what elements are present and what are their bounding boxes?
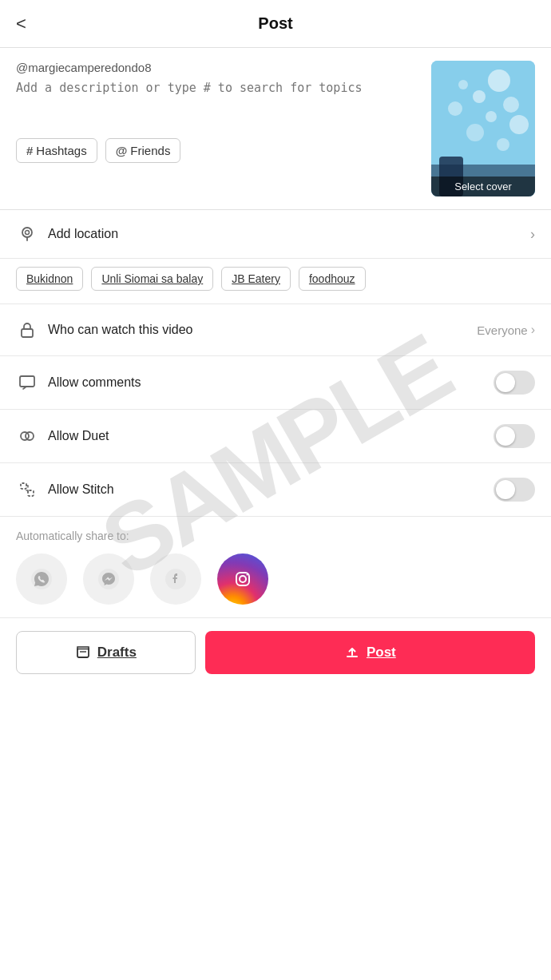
privacy-row[interactable]: Who can watch this video Everyone › — [0, 304, 551, 356]
svg-point-25 — [247, 574, 248, 576]
svg-point-5 — [509, 115, 529, 134]
drafts-button[interactable]: Drafts — [16, 631, 196, 674]
svg-point-24 — [240, 576, 246, 582]
hashtags-button[interactable]: # Hashtags — [16, 138, 97, 163]
svg-point-4 — [458, 80, 468, 89]
allow-comments-label: Allow comments — [48, 375, 494, 390]
post-button[interactable]: Post — [205, 631, 535, 674]
privacy-chevron-icon: › — [531, 323, 535, 337]
hashtag-symbol: # — [26, 144, 33, 157]
allow-stitch-knob — [496, 480, 515, 499]
svg-point-21 — [98, 569, 119, 589]
share-icons — [16, 553, 535, 605]
location-tags: Bukidnon Unli Siomai sa balay JB Eatery … — [0, 259, 551, 304]
allow-stitch-row: Allow Stitch — [0, 463, 551, 517]
stitch-icon — [16, 478, 38, 501]
allow-comments-knob — [496, 373, 515, 392]
svg-point-3 — [503, 97, 519, 113]
svg-rect-15 — [20, 376, 34, 387]
svg-point-7 — [448, 101, 462, 116]
messenger-button[interactable] — [83, 553, 134, 605]
share-label: Automatically share to: — [16, 530, 535, 542]
whatsapp-button[interactable] — [16, 553, 67, 605]
cover-container[interactable]: Select cover — [431, 61, 535, 196]
allow-duet-row: Allow Duet — [0, 410, 551, 463]
allow-comments-row: Allow comments — [0, 356, 551, 410]
description-left: @margiecamperedondo8 # Hashtags @ Friend… — [16, 61, 422, 196]
svg-rect-19 — [28, 490, 34, 496]
duet-icon — [16, 425, 38, 447]
location-icon — [16, 223, 38, 245]
svg-point-2 — [473, 90, 486, 103]
svg-point-13 — [26, 231, 30, 235]
drafts-icon — [75, 645, 91, 661]
hashtags-label: Hashtags — [36, 144, 86, 157]
allow-comments-toggle[interactable] — [494, 371, 535, 395]
facebook-button[interactable] — [150, 553, 201, 605]
add-location-row[interactable]: Add location › — [0, 210, 551, 259]
svg-point-6 — [486, 111, 497, 122]
allow-duet-label: Allow Duet — [48, 429, 494, 443]
location-tag-0[interactable]: Bukidnon — [16, 267, 83, 291]
allow-stitch-toggle[interactable] — [494, 478, 535, 502]
cover-label[interactable]: Select cover — [431, 177, 535, 196]
post-label: Post — [367, 645, 396, 661]
allow-stitch-label: Allow Stitch — [48, 482, 494, 497]
lock-icon — [16, 319, 38, 341]
share-section: Automatically share to: — [0, 517, 551, 617]
page-title: Post — [258, 14, 292, 33]
allow-duet-knob — [496, 427, 515, 446]
privacy-value: Everyone — [477, 323, 527, 337]
location-chevron-icon: › — [530, 226, 535, 243]
bottom-bar: Drafts Post — [0, 617, 551, 687]
location-tag-3[interactable]: foodhouz — [299, 267, 366, 291]
svg-point-8 — [466, 124, 484, 141]
instagram-button[interactable] — [217, 553, 268, 605]
svg-point-17 — [26, 432, 34, 440]
svg-rect-18 — [21, 483, 26, 489]
svg-point-12 — [22, 228, 32, 237]
friends-button[interactable]: @ Friends — [105, 138, 181, 163]
drafts-label: Drafts — [97, 645, 137, 661]
back-button[interactable]: < — [16, 14, 26, 34]
location-tag-2[interactable]: JB Eatery — [221, 267, 291, 291]
tag-buttons: # Hashtags @ Friends — [16, 138, 422, 163]
comment-icon — [16, 371, 38, 394]
svg-rect-27 — [77, 647, 89, 649]
privacy-label: Who can watch this video — [48, 323, 477, 337]
description-input[interactable] — [16, 81, 422, 129]
username-text: @margiecamperedondo8 — [16, 61, 422, 74]
allow-duet-toggle[interactable] — [494, 424, 535, 448]
svg-rect-14 — [22, 329, 33, 337]
svg-point-1 — [488, 69, 510, 92]
header: < Post — [0, 0, 551, 48]
post-upload-icon — [344, 645, 360, 661]
friends-label: Friends — [130, 144, 170, 157]
friends-symbol: @ — [116, 144, 128, 157]
description-area: @margiecamperedondo8 # Hashtags @ Friend… — [0, 48, 551, 210]
svg-point-9 — [497, 138, 509, 151]
location-tag-1[interactable]: Unli Siomai sa balay — [91, 267, 213, 291]
add-location-label: Add location — [48, 227, 530, 241]
